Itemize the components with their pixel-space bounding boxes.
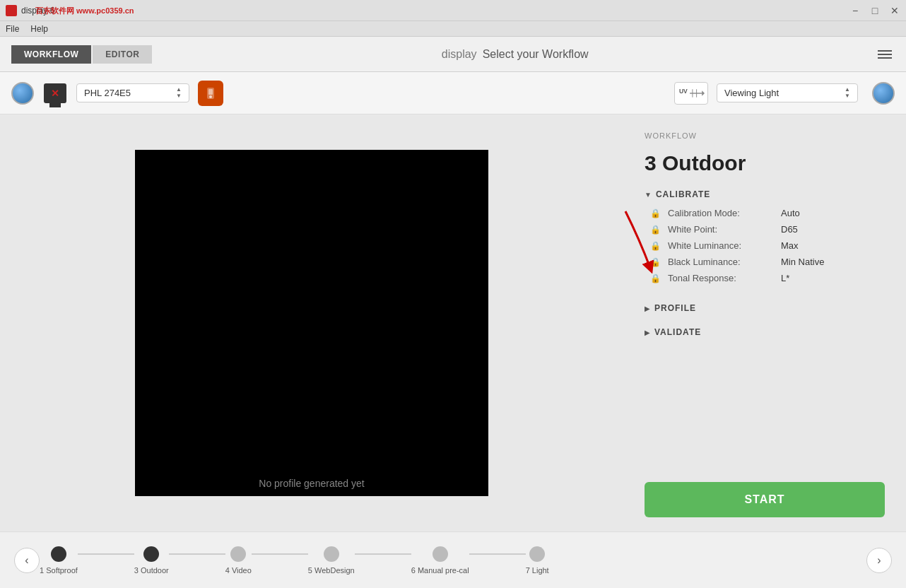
app-icon [6, 5, 17, 16]
profile-section-title: PROFILE [654, 303, 696, 313]
workflow-title: 3 Outdoor [645, 151, 885, 175]
calibrate-label-3: Black Luminance: [668, 257, 774, 267]
calibrate-row-4: 🔒 Tonal Response: L* [650, 273, 885, 283]
step-label-5: 7 Light [526, 566, 549, 575]
calibrate-label-4: Tonal Response: [668, 273, 774, 283]
menu-bar: File Help 百东软件网 www.pc0359.cn [0, 21, 906, 37]
preview-label: No profile generated yet [259, 478, 364, 489]
device-selector[interactable]: PHL 274E5 ▲ ▼ [76, 83, 189, 102]
calibrate-value-2: Max [781, 240, 799, 251]
workflow-bar: ‹ 1 Softproof3 Outdoor4 Video5 WebDesign… [0, 531, 906, 588]
main-content: No profile generated yet WORKFLOW 3 Outd… [0, 114, 906, 531]
device-arrows: ▲ ▼ [176, 87, 182, 99]
calibrate-value-4: L* [781, 273, 789, 283]
workflow-panel: WORKFLOW 3 Outdoor ▼ CALIBRATE 🔒 Calibra… [623, 114, 906, 531]
svg-rect-1 [208, 89, 213, 95]
step-label-2: 4 Video [225, 566, 252, 575]
step-label-4: 6 Manual pre-cal [411, 566, 469, 575]
step-dot-2 [230, 546, 246, 562]
step-dot-3 [324, 546, 339, 562]
step-4[interactable]: 6 Manual pre-cal [411, 546, 469, 575]
device-name: PHL 274E5 [84, 88, 173, 98]
step-dot-4 [433, 546, 448, 562]
step-label-1: 3 Outdoor [134, 566, 169, 575]
calibrate-row-0: 🔒 Calibration Mode: Auto [650, 208, 885, 218]
menu-icon[interactable] [878, 46, 895, 63]
next-nav-button[interactable]: › [866, 548, 892, 573]
validate-arrow-icon: ▶ [645, 329, 650, 336]
workflow-tab[interactable]: WORKFLOW [11, 45, 91, 64]
app-subtitle: Select your Workflow [483, 48, 589, 61]
calibrate-row-1: 🔒 White Point: D65 [650, 224, 885, 235]
lock-icon-4: 🔒 [650, 274, 661, 283]
calibrate-value-1: D65 [781, 224, 798, 235]
light-arrow-down-icon: ▼ [845, 93, 850, 99]
menu-help[interactable]: Help [30, 24, 48, 34]
window-controls[interactable]: − □ ✕ [849, 5, 900, 16]
calibrate-label-2: White Luminance: [668, 240, 774, 251]
validate-section-header[interactable]: ▶ VALIDATE [645, 327, 885, 337]
step-3[interactable]: 5 WebDesign [308, 546, 355, 575]
calibrate-items: 🔒 Calibration Mode: Auto 🔒 White Point: … [650, 208, 885, 283]
tab-group[interactable]: WORKFLOW EDITOR [11, 45, 152, 64]
step-2[interactable]: 4 Video [225, 546, 252, 575]
lock-icon-0: 🔒 [650, 208, 661, 218]
hamburger-line-2 [878, 54, 892, 55]
calibrate-section-header[interactable]: ▼ CALIBRATE [645, 189, 885, 199]
preview-panel: No profile generated yet [0, 114, 623, 531]
arrow-up-icon: ▲ [176, 87, 182, 93]
calibrate-arrow-icon: ▼ [645, 191, 652, 199]
step-line-1 [169, 553, 225, 555]
hamburger-line-1 [878, 50, 892, 52]
light-arrows: ▲ ▼ [845, 87, 850, 99]
step-label-0: 1 Softproof [40, 566, 78, 575]
profile-section-header[interactable]: ▶ PROFILE [645, 303, 885, 313]
step-line-2 [252, 553, 308, 555]
step-dot-0 [51, 546, 66, 562]
editor-tab[interactable]: EDITOR [93, 45, 152, 64]
toolbar-center: display Select your Workflow [442, 48, 589, 61]
maximize-button[interactable]: □ [869, 5, 881, 16]
arrow-down-icon: ▼ [176, 93, 182, 99]
calibrate-label-0: Calibration Mode: [668, 208, 774, 218]
hamburger-line-3 [878, 57, 892, 59]
prev-nav-button[interactable]: ‹ [14, 548, 40, 573]
lock-icon-1: 🔒 [650, 225, 661, 235]
close-button[interactable]: ✕ [889, 5, 900, 16]
light-selector[interactable]: Viewing Light ▲ ▼ [717, 83, 858, 102]
device-bar-right: UV Viewing Light ▲ ▼ [674, 82, 895, 105]
menu-file[interactable]: File [6, 24, 19, 34]
step-5[interactable]: 7 Light [526, 546, 549, 575]
light-source-name: Viewing Light [724, 88, 842, 98]
calibrate-row-3: 🔒 Black Luminance: Min Native [650, 257, 885, 267]
step-line-0 [78, 553, 134, 555]
calibrate-section-title: CALIBRATE [656, 189, 710, 199]
title-bar: display 6 − □ ✕ [0, 0, 906, 21]
minimize-button[interactable]: − [849, 5, 861, 16]
step-label-3: 5 WebDesign [308, 566, 355, 575]
device-bar: PHL 274E5 ▲ ▼ UV Viewing Light ▲ [0, 72, 906, 114]
title-bar-left: display 6 [6, 5, 54, 16]
globe-right-icon [872, 82, 895, 105]
workflow-steps: 1 Softproof3 Outdoor4 Video5 WebDesign6 … [40, 546, 866, 575]
step-0[interactable]: 1 Softproof [40, 546, 78, 575]
uv-icon: UV [674, 82, 708, 105]
calibrate-row-2: 🔒 White Luminance: Max [650, 240, 885, 251]
window-title: display 6 [21, 6, 54, 16]
step-1[interactable]: 3 Outdoor [134, 546, 169, 575]
calibrate-label-1: White Point: [668, 224, 774, 235]
svg-point-2 [209, 95, 212, 98]
globe-icon [11, 82, 34, 105]
step-dot-5 [529, 546, 545, 562]
step-dot-1 [143, 546, 159, 562]
workflow-section-label: WORKFLOW [645, 129, 885, 141]
profile-arrow-icon: ▶ [645, 305, 650, 312]
preview-container: No profile generated yet [135, 150, 488, 496]
colorimeter-icon [198, 81, 223, 106]
svg-text:UV: UV [679, 88, 688, 95]
step-line-3 [355, 553, 411, 555]
start-button[interactable]: START [645, 482, 885, 517]
app-name: display [442, 48, 477, 61]
svg-marker-5 [702, 90, 705, 96]
toolbar: WORKFLOW EDITOR display Select your Work… [0, 37, 906, 72]
